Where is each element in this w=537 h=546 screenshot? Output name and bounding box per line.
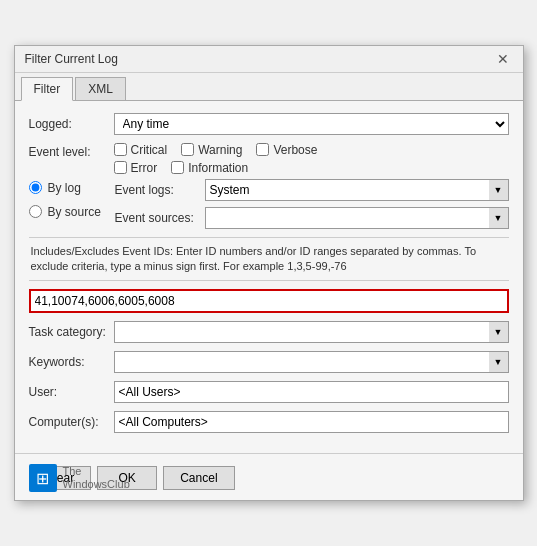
- filter-content: Logged: Any time Last hour Last 12 hours…: [15, 101, 523, 454]
- event-sources-dropdown-btn[interactable]: ▼: [489, 207, 509, 229]
- task-category-label: Task category:: [29, 325, 114, 339]
- event-logs-label: Event logs:: [115, 183, 205, 197]
- cancel-button[interactable]: Cancel: [163, 466, 234, 490]
- task-category-dropdown-btn[interactable]: ▼: [489, 321, 509, 343]
- tab-filter[interactable]: Filter: [21, 77, 74, 101]
- title-bar: Filter Current Log ✕: [15, 46, 523, 73]
- logged-label: Logged:: [29, 117, 114, 131]
- user-input[interactable]: [114, 381, 509, 403]
- critical-checkbox[interactable]: [114, 143, 127, 156]
- radio-column: By log By source: [29, 179, 109, 229]
- checkbox-row-2: Error Information: [114, 161, 318, 175]
- event-logs-input[interactable]: [205, 179, 509, 201]
- watermark-text: The WindowsClub: [63, 465, 130, 491]
- task-category-field: ▼: [114, 321, 509, 343]
- event-level-row: Event level: Critical Warning Verbose: [29, 143, 509, 175]
- computer-input[interactable]: [114, 411, 509, 433]
- checkboxes-container: Critical Warning Verbose Error: [114, 143, 318, 175]
- computer-label: Computer(s):: [29, 415, 114, 429]
- checkbox-information[interactable]: Information: [171, 161, 248, 175]
- bottom-divider: [15, 453, 523, 454]
- keywords-field: ▼: [114, 351, 509, 373]
- user-label: User:: [29, 385, 114, 399]
- warning-checkbox[interactable]: [181, 143, 194, 156]
- event-logs-row: Event logs: ▼: [115, 179, 509, 201]
- event-sources-field: ▼: [205, 207, 509, 229]
- keywords-row: Keywords: ▼: [29, 351, 509, 373]
- user-row: User:: [29, 381, 509, 403]
- tab-xml[interactable]: XML: [75, 77, 126, 100]
- event-ids-input[interactable]: [29, 289, 509, 313]
- verbose-checkbox[interactable]: [256, 143, 269, 156]
- radio-by-source[interactable]: By source: [29, 205, 109, 219]
- computer-row: Computer(s):: [29, 411, 509, 433]
- checkbox-row-1: Critical Warning Verbose: [114, 143, 318, 157]
- event-sources-row: Event sources: ▼: [115, 207, 509, 229]
- logged-field: Any time Last hour Last 12 hours Last 24…: [114, 113, 509, 135]
- logged-row: Logged: Any time Last hour Last 12 hours…: [29, 113, 509, 135]
- dialog-title: Filter Current Log: [25, 52, 118, 66]
- keywords-dropdown-btn[interactable]: ▼: [489, 351, 509, 373]
- event-logs-field: ▼: [205, 179, 509, 201]
- log-source-section: By log By source Event logs: ▼ Event sou…: [29, 179, 509, 229]
- checkbox-verbose[interactable]: Verbose: [256, 143, 317, 157]
- information-checkbox[interactable]: [171, 161, 184, 174]
- task-category-input[interactable]: [114, 321, 509, 343]
- filter-current-log-dialog: Filter Current Log ✕ Filter XML Logged: …: [14, 45, 524, 502]
- windows-logo-icon: ⊞: [29, 464, 57, 492]
- event-level-label: Event level:: [29, 143, 114, 159]
- event-sources-label: Event sources:: [115, 211, 205, 225]
- by-log-radio[interactable]: [29, 181, 42, 194]
- log-fields-column: Event logs: ▼ Event sources: ▼: [115, 179, 509, 229]
- close-button[interactable]: ✕: [493, 52, 513, 66]
- checkbox-critical[interactable]: Critical: [114, 143, 168, 157]
- keywords-label: Keywords:: [29, 355, 114, 369]
- checkbox-error[interactable]: Error: [114, 161, 158, 175]
- event-sources-input[interactable]: [205, 207, 509, 229]
- logged-dropdown[interactable]: Any time Last hour Last 12 hours Last 24…: [114, 113, 509, 135]
- error-checkbox[interactable]: [114, 161, 127, 174]
- tab-bar: Filter XML: [15, 73, 523, 101]
- task-category-row: Task category: ▼: [29, 321, 509, 343]
- watermark: ⊞ The WindowsClub: [29, 464, 130, 492]
- radio-by-log[interactable]: By log: [29, 181, 109, 195]
- event-logs-dropdown-btn[interactable]: ▼: [489, 179, 509, 201]
- by-source-radio[interactable]: [29, 205, 42, 218]
- description-text: Includes/Excludes Event IDs: Enter ID nu…: [29, 237, 509, 282]
- checkbox-warning[interactable]: Warning: [181, 143, 242, 157]
- bottom-bar: ⊞ The WindowsClub Clear OK Cancel: [15, 460, 523, 500]
- keywords-input[interactable]: [114, 351, 509, 373]
